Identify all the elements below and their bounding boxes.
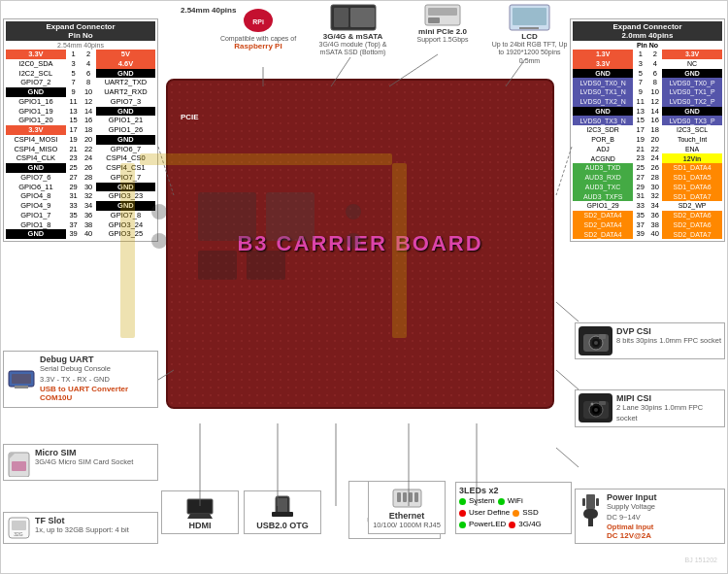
mipi-desc: 2 Lane 30pins 1.0mm FPC socket xyxy=(616,403,721,423)
pin-cell: LVDS0_TX3_N xyxy=(573,116,633,125)
table-row: LVDS0_TX3_N 15 16 LVDS0_TX3_P xyxy=(573,116,722,125)
pin-cell: AUD3_TXFS xyxy=(573,191,633,201)
pin-cell: I2C3_SDR xyxy=(573,125,633,135)
table-row: SD2_DATA4 39 40 SD2_DATA7 xyxy=(573,229,722,239)
pcie-label: PCIE xyxy=(181,113,199,121)
svg-point-7 xyxy=(151,204,167,219)
led-ssd-indicator xyxy=(513,510,519,517)
pin-num: 8 xyxy=(81,78,96,87)
ethernet-desc: 10/100/ 1000M RJ45 xyxy=(372,521,442,531)
pin-cell: GPIO7_6 xyxy=(6,173,66,183)
mipi-camera-icon xyxy=(579,393,612,422)
pin-cell: GND xyxy=(96,135,155,145)
sim-title: Micro SIM xyxy=(35,448,133,457)
mini-pcie-title: mini PCIe 2.0 xyxy=(404,27,481,36)
svg-rect-27 xyxy=(12,461,26,471)
table-row: SD2_DATA4 37 38 SD2_DATA6 xyxy=(573,220,722,230)
right-pin-header: Pin No xyxy=(573,41,722,50)
right-connector-box: Expand Connector 2.0mm 40pins Pin No 1.3… xyxy=(570,18,725,242)
hdmi-icon xyxy=(185,494,215,519)
pin-cell: GND xyxy=(573,107,633,117)
tf-slot-box: 32G TF Slot 1x, up to 32GB Support: 4 bi… xyxy=(3,512,158,544)
pin-num: 21 xyxy=(66,145,82,154)
usb-otg-title: USB2.0 OTG xyxy=(248,521,317,530)
svg-text:RPi: RPi xyxy=(252,18,264,25)
pin-cell: AUD3_TXD xyxy=(573,163,633,173)
pin-cell: GPIO6_11 xyxy=(6,183,66,192)
table-row: POR_B 19 20 Touch_Int xyxy=(573,135,722,145)
svg-rect-21 xyxy=(519,27,539,29)
pin-cell: GND xyxy=(573,69,633,79)
lcd-module: LCD Up to 24bit RGB TFT, Up to 1920*1200… xyxy=(488,3,571,65)
module-desc: 3G/4G module (Top) & mSATA SSD (Bottom) xyxy=(307,41,399,57)
power-plug-icon xyxy=(579,492,603,526)
table-row: I2C3_SDR 17 18 I2C3_SCL xyxy=(573,125,722,135)
pin-num: 28 xyxy=(81,173,96,183)
pin-num: 29 xyxy=(633,183,647,192)
pin-cell: POR_B xyxy=(573,135,633,145)
pin-num: 2 xyxy=(647,50,662,59)
table-row: CSPI4_MOSI 19 20 GND xyxy=(6,135,155,145)
svg-rect-60 xyxy=(588,519,593,526)
pin-cell: 3.3V xyxy=(6,125,66,135)
table-row: I2C0_SDA 3 4 4.6V xyxy=(6,59,155,69)
svg-rect-35 xyxy=(278,498,287,512)
debug-uart-title: Debug UART xyxy=(40,355,128,364)
pin-cell: GPIO1_16 xyxy=(6,97,66,107)
pin-cell: GPIO7_3 xyxy=(96,97,155,107)
pin-num: 39 xyxy=(633,229,647,239)
pin-num: 21 xyxy=(633,145,647,154)
table-row: GPIO1_20 15 16 GPIO1_21 xyxy=(6,116,155,125)
ethernet-title: Ethernet xyxy=(372,511,442,521)
pin-cell: GND xyxy=(96,69,155,79)
tf-desc: 1x, up to 32GB Support: 4 bit xyxy=(35,525,129,536)
pin-num: 8 xyxy=(647,78,662,87)
pin-num: 34 xyxy=(647,201,662,211)
pin-num: 36 xyxy=(647,211,662,220)
pin-num: 32 xyxy=(81,191,96,201)
pin-num: 27 xyxy=(66,173,82,183)
pin-cell: GPIO1_8 xyxy=(6,220,66,230)
pin-num: 19 xyxy=(633,135,647,145)
pin-cell: LVDS0_TX3_P xyxy=(662,116,722,125)
pin-num: 37 xyxy=(633,220,647,230)
pin-num: 4 xyxy=(81,59,96,69)
pin-cell: LVDS0_TX2_N xyxy=(573,97,633,107)
pin-num: 16 xyxy=(647,116,662,125)
svg-rect-59 xyxy=(583,509,598,519)
led-wifi-indicator xyxy=(498,498,505,505)
module-title: 3G/4G & mSATA xyxy=(307,32,399,41)
pin-num: 23 xyxy=(633,153,647,163)
ethernet-box: Ethernet 10/100/ 1000M RJ45 xyxy=(368,481,446,535)
pin-cell: CSPI4_MISO xyxy=(6,145,66,154)
svg-rect-6 xyxy=(247,251,285,280)
pin-cell: 1.3V xyxy=(573,50,633,59)
pin-num: 25 xyxy=(66,163,82,173)
pin-num: 5 xyxy=(66,69,82,79)
mipi-csi-box: MIPI CSI 2 Lane 30pins 1.0mm FPC socket xyxy=(575,389,725,427)
pin-cell: GPIO1_7 xyxy=(6,211,66,220)
svg-rect-44 xyxy=(403,492,407,502)
led-system-indicator xyxy=(459,498,466,505)
pin-num: 35 xyxy=(66,211,82,220)
svg-rect-57 xyxy=(599,401,606,405)
3g4g-module: 3G/4G & mSATA 3G/4G module (Top) & mSATA… xyxy=(307,3,399,57)
debug-pins: 3.3V - TX - RX - GND xyxy=(40,375,128,386)
pin-num: 15 xyxy=(633,116,647,125)
svg-rect-3 xyxy=(198,192,256,241)
pin-num: 4 xyxy=(647,59,662,69)
usb-device-icon xyxy=(7,369,36,388)
pin-cell: I2C2_SCL xyxy=(6,69,66,79)
pin-cell: 3.3V xyxy=(573,59,633,69)
svg-rect-29 xyxy=(12,521,26,530)
sim-card-icon xyxy=(7,448,31,477)
svg-point-10 xyxy=(346,233,361,249)
pin-num: 38 xyxy=(81,220,96,230)
pin-cell: GPIO1_29 xyxy=(573,201,633,211)
pin-num: 22 xyxy=(647,145,662,154)
led-3g4g-indicator xyxy=(509,522,515,528)
lcd-title: LCD xyxy=(488,32,571,41)
board-area: B3 CARRIER BOARD xyxy=(166,79,554,409)
pin-num: 12 xyxy=(647,97,662,107)
pin-cell: 4.6V xyxy=(96,59,155,69)
